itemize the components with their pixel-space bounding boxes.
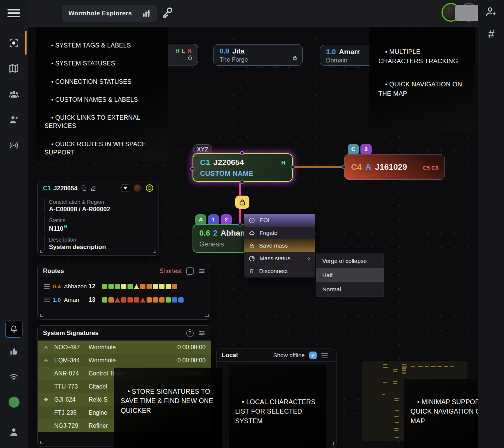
anomaly-icon[interactable] xyxy=(146,184,153,192)
wh-class: C1 xyxy=(43,185,51,192)
thumbs-up-icon[interactable] xyxy=(7,344,21,358)
map-icon[interactable] xyxy=(7,61,21,76)
active-indicator xyxy=(25,31,27,55)
signature-id: GJI-624 xyxy=(54,396,89,403)
connection-point[interactable] xyxy=(240,180,244,184)
section-label: Description xyxy=(49,237,159,243)
add-character-icon[interactable] xyxy=(7,113,21,127)
system-node-amarr[interactable]: 1.0Amarr Domain xyxy=(320,45,376,66)
resize-handle[interactable] xyxy=(40,314,43,317)
edit-icon[interactable] xyxy=(90,185,96,191)
node-tag[interactable]: 2 xyxy=(360,144,372,154)
menu-item-label: Save mass xyxy=(259,242,288,249)
connection-point[interactable] xyxy=(342,165,346,169)
route-row[interactable]: 0.4Ahbazon12 xyxy=(38,281,211,292)
minimap-system-mark xyxy=(395,437,399,438)
resize-handle[interactable] xyxy=(40,441,43,444)
profile-icon[interactable] xyxy=(7,425,21,439)
stats-icon[interactable] xyxy=(141,8,151,19)
characters-group-icon[interactable] xyxy=(7,88,21,102)
minimap-system-mark xyxy=(395,410,399,411)
info-section: Statics N110H xyxy=(44,217,159,233)
route-system-square xyxy=(159,297,165,303)
chevron-right-icon: › xyxy=(308,255,310,262)
connection-point[interactable] xyxy=(240,151,244,155)
focus-tracking-icon[interactable] xyxy=(7,36,21,50)
help-icon[interactable]: ? xyxy=(186,329,194,337)
minimap-system-mark xyxy=(437,366,442,367)
menu-item-mass-status[interactable]: Mass status› xyxy=(244,252,315,265)
copy-icon[interactable] xyxy=(81,185,87,191)
menu-item-eol[interactable]: EOL xyxy=(244,214,315,227)
node-tag[interactable]: C xyxy=(348,144,359,154)
section-value: N110 xyxy=(49,225,64,232)
broadcast-icon[interactable] xyxy=(7,138,21,153)
route-system-square xyxy=(127,284,133,289)
info-section: Description System description xyxy=(44,236,159,251)
section-label: Constellation & Region xyxy=(49,199,159,205)
settings-sliders-icon[interactable] xyxy=(198,267,206,275)
menu-item-disconnect[interactable]: Disconnect xyxy=(244,265,315,277)
hamburger-menu-icon[interactable] xyxy=(7,9,20,19)
connection-point[interactable] xyxy=(291,165,295,169)
menu-item-save-mass[interactable]: Save mass xyxy=(244,239,315,252)
signature-id: NOO-497 xyxy=(54,344,89,351)
menu-item-frigate[interactable]: Frigate xyxy=(244,227,315,239)
add-character-icon[interactable] xyxy=(485,5,499,19)
key-icon[interactable] xyxy=(161,6,174,20)
menu-item-label: Disconnect xyxy=(259,268,288,274)
signature-id: FTJ-235 xyxy=(54,409,89,416)
connection-point[interactable] xyxy=(238,223,242,227)
node-tag[interactable]: 2 xyxy=(221,214,232,224)
submenu-item-normal[interactable]: Normal xyxy=(316,282,384,297)
menu-icon[interactable] xyxy=(321,353,328,358)
route-system-square xyxy=(108,297,114,303)
connection-c1-c4[interactable] xyxy=(294,166,342,168)
map-name: Wormhole Explorers xyxy=(68,10,132,17)
wifi-icon[interactable] xyxy=(7,369,21,384)
wormhole-icon: ✳ xyxy=(38,357,54,364)
resize-handle[interactable] xyxy=(40,250,43,253)
status-online-dot xyxy=(9,397,19,408)
node-tag[interactable]: A xyxy=(195,214,206,224)
drag-handle-icon[interactable] xyxy=(44,298,50,302)
connection-lock-badge[interactable] xyxy=(235,196,249,209)
settings-sliders-icon[interactable] xyxy=(198,329,206,337)
submenu-item-half[interactable]: Half xyxy=(316,268,384,282)
system-info-header[interactable]: C1 J220654 xyxy=(38,181,159,195)
signature-row[interactable]: ✳NOO-497Wormhole0 00:08:00 xyxy=(38,341,211,354)
signature-row[interactable]: ✳EQM-344Wormhole0 00:08:00 xyxy=(38,354,211,367)
route-destination: Amarr xyxy=(64,297,89,303)
effect-icon[interactable] xyxy=(121,184,129,192)
drag-handle-icon[interactable] xyxy=(44,284,50,289)
route-system-square xyxy=(127,297,133,303)
minimap-system-mark xyxy=(383,367,388,368)
section-value: System description xyxy=(49,243,159,251)
system-node-j220654[interactable]: C1J220654 H CUSTOM NAME xyxy=(193,153,293,182)
planet-icon[interactable] xyxy=(134,184,141,192)
info-section: Constellation & Region A-C00008 / A-R000… xyxy=(44,199,159,214)
system-node-jita[interactable]: 0.9Jita The Forge xyxy=(213,44,303,66)
notifications-bell-button[interactable] xyxy=(5,320,23,338)
resize-handle[interactable] xyxy=(153,250,156,253)
resize-handle[interactable] xyxy=(331,442,334,445)
resize-handle[interactable] xyxy=(205,314,209,317)
node-tag[interactable]: 1 xyxy=(208,214,219,224)
minimap-system-mark xyxy=(431,366,436,367)
submenu-item-verge-of-collapse[interactable]: Verge of collapse xyxy=(316,254,384,268)
region-name: Genesis xyxy=(199,240,224,248)
show-offline-checkbox[interactable]: ✓ xyxy=(309,352,317,359)
minimap-system-mark xyxy=(383,382,387,383)
static-class-badge: H xyxy=(64,224,68,229)
menu-item-label: EOL xyxy=(259,217,271,224)
section-value: A-C00008 / A-R00002 xyxy=(49,206,159,213)
route-row[interactable]: 1.0Amarr13 xyxy=(38,295,211,305)
route-mode-label[interactable]: Shortest xyxy=(159,268,182,274)
route-mode-checkbox[interactable] xyxy=(186,267,194,275)
pie-icon xyxy=(249,255,255,262)
static-badge: N xyxy=(187,47,192,54)
statics-badges: C5 C6 xyxy=(422,165,439,171)
system-node-j161029[interactable]: C4AJ161029 C5 C6 xyxy=(344,154,445,180)
hash-grid-icon[interactable]: # xyxy=(478,28,504,40)
connection-point[interactable] xyxy=(190,167,194,171)
